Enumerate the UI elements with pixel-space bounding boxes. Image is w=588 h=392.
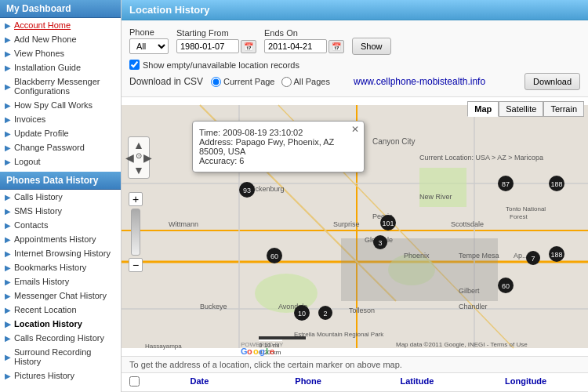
starting-from-field-group: Starting From 📅 — [176, 28, 256, 53]
svg-rect-12 — [419, 168, 466, 207]
arrow-icon: ▶ — [5, 143, 11, 152]
sidebar-item-bookmarks[interactable]: ▶ Bookmarks History — [0, 260, 121, 274]
arrow-icon: ▶ — [5, 115, 11, 124]
sidebar-item-change-password[interactable]: ▶ Change Password — [0, 140, 121, 154]
arrow-icon: ▶ — [5, 158, 11, 166]
sidebar: My Dashboard ▶ Account Home ▶ Add New Ph… — [0, 0, 122, 392]
how-spy-label: How Spy Call Works — [14, 100, 93, 110]
sidebar-item-account-home[interactable]: ▶ Account Home — [0, 18, 121, 32]
sidebar-item-invoices[interactable]: ▶ Invoices — [0, 112, 121, 126]
sidebar-item-emails[interactable]: ▶ Emails History — [0, 274, 121, 289]
arrow-icon: ▶ — [5, 207, 11, 216]
col-header-phone: Phone — [254, 376, 363, 388]
sidebar-section-phones-data: Phones Data History — [0, 172, 121, 190]
sidebar-item-location-history[interactable]: ▶ Location History — [0, 317, 121, 331]
starting-from-calendar-button[interactable]: 📅 — [241, 40, 256, 53]
show-button[interactable]: Show — [352, 38, 391, 55]
svg-text:Tonto National: Tonto National — [506, 205, 546, 212]
sidebar-item-calls-recording[interactable]: ▶ Calls Recording History — [0, 331, 121, 345]
sidebar-item-sms-history[interactable]: ▶ SMS History — [0, 204, 121, 218]
page-title: Location History — [129, 4, 210, 16]
sidebar-item-surround-recording[interactable]: ▶ Surround Recording History — [0, 345, 121, 368]
sidebar-item-appointments[interactable]: ▶ Appointments History — [0, 232, 121, 246]
view-phones-label: View Phones — [14, 49, 64, 58]
arrow-icon: ▶ — [5, 353, 11, 361]
map-instruction: To get the address of a location, click … — [122, 356, 588, 372]
map-tabs: Map Satellite Terrain — [467, 101, 584, 117]
map-tab-map[interactable]: Map — [467, 101, 499, 117]
sidebar-item-how-spy[interactable]: ▶ How Spy Call Works — [0, 98, 121, 112]
arrow-icon: ▶ — [5, 372, 11, 380]
map-tab-terrain[interactable]: Terrain — [543, 101, 584, 117]
svg-text:3: 3 — [378, 239, 382, 247]
starting-from-input[interactable] — [176, 39, 239, 53]
arrow-icon: ▶ — [5, 263, 11, 272]
phone-field-group: Phone All — [129, 27, 169, 54]
sidebar-item-contacts[interactable]: ▶ Contacts — [0, 218, 121, 232]
sidebar-item-recent-location[interactable]: ▶ Recent Location — [0, 303, 121, 317]
map-tab-satellite[interactable]: Satellite — [499, 101, 543, 117]
sidebar-item-update-profile[interactable]: ▶ Update Profile — [0, 126, 121, 140]
controls-row-2: Show empty/unavailable location records — [129, 60, 580, 70]
zoom-out-button[interactable]: − — [129, 258, 143, 272]
sidebar-item-bb-messenger[interactable]: ▶ Blackberry Messenger Configurations — [0, 74, 121, 98]
arrow-icon: ▶ — [5, 49, 11, 58]
current-page-label: Current Page — [223, 77, 274, 86]
all-pages-radio[interactable] — [281, 77, 292, 87]
phone-select[interactable]: All — [129, 38, 169, 54]
svg-text:Ap...: Ap... — [514, 252, 528, 260]
col-header-longitude: Longitude — [471, 376, 580, 388]
svg-text:Hassayampa: Hassayampa — [145, 343, 182, 350]
empty-records-checkbox[interactable] — [129, 60, 140, 70]
website-link[interactable]: www.cellphone-mobistealth.info — [354, 76, 485, 87]
nav-left-button[interactable]: ◀ — [125, 151, 134, 164]
popup-close-button[interactable]: ✕ — [351, 124, 359, 135]
sidebar-item-view-phones[interactable]: ▶ View Phones — [0, 46, 121, 60]
zoom-slider[interactable] — [131, 209, 140, 256]
svg-text:l: l — [266, 347, 268, 356]
sidebar-item-internet-browsing[interactable]: ▶ Internet Browsing History — [0, 246, 121, 260]
nav-center-button[interactable]: ⊙ — [136, 151, 142, 164]
ends-on-label: Ends On — [264, 28, 344, 38]
svg-text:Chandler: Chandler — [459, 303, 488, 310]
download-button[interactable]: Download — [524, 73, 580, 90]
popup-time: Time: 2009-08-19 23:10:02 — [199, 128, 358, 137]
pictures-history-label: Pictures History — [14, 371, 74, 380]
col-header-latitude: Latitude — [363, 376, 472, 388]
svg-text:101: 101 — [382, 220, 394, 227]
all-pages-radio-label[interactable]: All Pages — [281, 77, 330, 87]
ends-on-calendar-button[interactable]: 📅 — [328, 40, 344, 53]
svg-text:Surprise: Surprise — [333, 220, 360, 228]
installation-guide-label: Installation Guide — [14, 63, 81, 72]
map-container[interactable]: Map Satellite Terrain ▲ ◀ ⊙ ▶ ▼ + − — [122, 97, 588, 356]
arrow-icon: ▶ — [5, 101, 11, 110]
nav-down-button[interactable]: ▼ — [133, 164, 144, 176]
update-profile-label: Update Profile — [14, 129, 69, 138]
svg-text:New River: New River — [419, 193, 452, 201]
svg-text:Phoenix: Phoenix — [404, 252, 430, 260]
current-page-radio[interactable] — [211, 77, 221, 87]
nav-up-button[interactable]: ▲ — [133, 139, 144, 151]
sidebar-item-logout[interactable]: ▶ Logout — [0, 154, 121, 169]
zoom-in-button[interactable]: + — [129, 192, 143, 206]
svg-text:Forest: Forest — [510, 213, 528, 220]
sidebar-item-pictures-history[interactable]: ▶ Pictures History — [0, 368, 121, 383]
svg-text:Buckeye: Buckeye — [200, 303, 227, 310]
svg-text:Estrella Mountain Regional Par: Estrella Mountain Regional Park — [294, 331, 384, 338]
change-password-label: Change Password — [14, 143, 85, 152]
current-page-radio-label[interactable]: Current Page — [211, 77, 274, 87]
svg-text:g: g — [260, 347, 265, 356]
sidebar-item-add-new-phone[interactable]: ▶ Add New Phone — [0, 32, 121, 46]
sidebar-item-messenger-chat[interactable]: ▶ Messenger Chat History — [0, 289, 121, 303]
sidebar-item-calls-history[interactable]: ▶ Calls History — [0, 190, 121, 204]
select-all-checkbox[interactable] — [129, 376, 140, 387]
sms-history-label: SMS History — [14, 206, 62, 216]
sidebar-item-installation-guide[interactable]: ▶ Installation Guide — [0, 60, 121, 74]
ends-on-input[interactable] — [264, 39, 327, 53]
empty-records-checkbox-label[interactable]: Show empty/unavailable location records — [129, 60, 299, 70]
ends-on-field-group: Ends On 📅 — [264, 28, 344, 53]
nav-right-button[interactable]: ▶ — [143, 151, 152, 164]
svg-text:Map data ©2011 Google, INEGI -: Map data ©2011 Google, INEGI - Terms of … — [396, 341, 528, 348]
recent-location-label: Recent Location — [14, 305, 77, 314]
account-home-link[interactable]: Account Home — [14, 20, 71, 30]
